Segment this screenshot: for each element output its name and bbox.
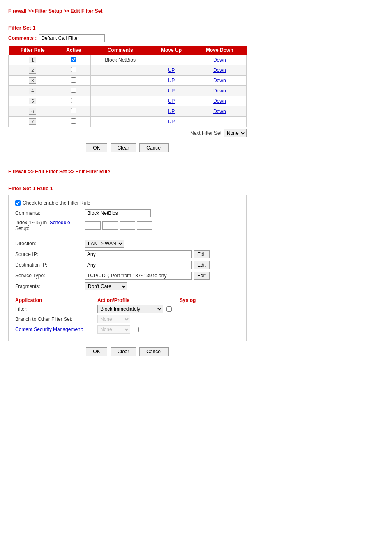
- csm-label: Content Security Management:: [15, 327, 97, 332]
- next-filter-select[interactable]: None: [224, 129, 247, 137]
- move-up-link-2[interactable]: UP: [168, 67, 175, 73]
- move-up-link-4[interactable]: UP: [168, 88, 175, 94]
- source-ip-input[interactable]: [85, 250, 192, 258]
- enable-row: Check to enable the Filter Rule: [15, 200, 240, 206]
- csm-select: None: [97, 325, 130, 334]
- branch-row: Branch to Other Filter Set: None: [15, 315, 240, 323]
- section1-ok-button[interactable]: OK: [86, 143, 107, 152]
- schedule-box-4[interactable]: [137, 221, 152, 230]
- move-down-link-2[interactable]: Down: [213, 67, 226, 73]
- app-header-row: Application Action/Profile Syslog: [15, 297, 240, 303]
- direction-label: Direction:: [15, 241, 85, 246]
- active-checkbox-1[interactable]: [71, 57, 76, 62]
- move-up-link-7[interactable]: UP: [168, 119, 175, 124]
- section1-btn-row: OK Clear Cancel: [8, 143, 247, 152]
- active-checkbox-3[interactable]: [71, 77, 76, 83]
- filter-set-section: Firewall >> Filter Setup >> Edit Filter …: [8, 8, 384, 152]
- comments-cell-7: [90, 117, 150, 127]
- move-down-link-4[interactable]: Down: [213, 88, 226, 94]
- section2-clear-button[interactable]: Clear: [111, 347, 136, 356]
- move-down-link-1[interactable]: Down: [213, 57, 226, 63]
- filter-rule-section: Firewall >> Edit Filter Set >> Edit Filt…: [8, 169, 384, 356]
- service-type-row: Service Type: TCP/UDP, Port from 137~139…: [15, 272, 240, 280]
- rule-comments-row: Comments:: [15, 209, 240, 217]
- section2-ok-button[interactable]: OK: [86, 347, 107, 356]
- divider-1: [8, 18, 384, 18]
- move-down-link-5[interactable]: Down: [213, 98, 226, 104]
- rule-comments-label: Comments:: [15, 210, 85, 216]
- active-checkbox-6[interactable]: [71, 108, 76, 113]
- section2-cancel-button[interactable]: Cancel: [139, 347, 168, 356]
- filter-rule-btn-1[interactable]: 1: [29, 57, 36, 63]
- fragments-row: Fragments: Don't Care Unfragmented Fragm…: [15, 282, 240, 290]
- move-up-link-3[interactable]: UP: [168, 78, 175, 83]
- service-type-edit-button[interactable]: Edit: [194, 272, 210, 280]
- section1-cancel-button[interactable]: Cancel: [139, 143, 168, 152]
- app-divider: [15, 294, 240, 294]
- schedule-link[interactable]: Schedule: [50, 220, 70, 226]
- comments-cell-4: [90, 86, 150, 96]
- source-ip-edit-button[interactable]: Edit: [194, 250, 210, 258]
- app-header: Application: [15, 297, 97, 303]
- direction-row: Direction: LAN -> WAN WAN -> LAN LAN -> …: [15, 240, 240, 248]
- filter-rule-btn-7[interactable]: 7: [29, 118, 36, 125]
- rule-box: Check to enable the Filter Rule Comments…: [8, 195, 247, 341]
- comments-label: Comments :: [8, 35, 37, 41]
- filter-syslog-checkbox[interactable]: [166, 306, 172, 312]
- fragments-select[interactable]: Don't Care Unfragmented Fragmented Too S…: [85, 282, 127, 290]
- schedule-box-1[interactable]: [85, 221, 101, 230]
- breadcrumb-1: Firewall >> Filter Setup >> Edit Filter …: [8, 8, 384, 14]
- dest-ip-row: Destination IP: Edit: [15, 261, 240, 269]
- section1-clear-button[interactable]: Clear: [111, 143, 136, 152]
- move-up-link-5[interactable]: UP: [168, 98, 175, 104]
- comments-cell-6: [90, 106, 150, 117]
- dest-ip-input[interactable]: [85, 261, 192, 269]
- filter-rule-btn-6[interactable]: 6: [29, 108, 36, 115]
- csm-syslog-checkbox[interactable]: [134, 327, 139, 332]
- move-down-link-3[interactable]: Down: [213, 78, 226, 83]
- comments-row: Comments :: [8, 34, 384, 42]
- section2-title: Filter Set 1 Rule 1: [8, 185, 384, 191]
- service-type-label: Service Type:: [15, 273, 85, 279]
- syslog-header: Syslog: [180, 297, 196, 303]
- csm-row: Content Security Management: None: [15, 325, 240, 334]
- comments-input[interactable]: [39, 34, 105, 42]
- csm-link[interactable]: Content Security Management:: [15, 327, 83, 332]
- next-filter-label: Next Filter Set: [190, 130, 221, 136]
- filter-rule-btn-2[interactable]: 2: [29, 67, 36, 74]
- comments-cell-5: [90, 96, 150, 106]
- move-up-link-6[interactable]: UP: [168, 108, 175, 114]
- active-checkbox-2[interactable]: [71, 67, 76, 72]
- col-filter-rule: Filter Rule: [9, 46, 57, 55]
- filter-rule-btn-5[interactable]: 5: [29, 98, 36, 104]
- enable-label: Check to enable the Filter Rule: [23, 200, 90, 206]
- dest-ip-edit-button[interactable]: Edit: [194, 261, 210, 269]
- index-label: Index(1~15) in Schedule Setup:: [15, 220, 85, 231]
- filter-rule-btn-3[interactable]: 3: [29, 77, 36, 84]
- comments-cell-3: [90, 76, 150, 86]
- section2-btn-row: OK Clear Cancel: [8, 347, 247, 356]
- direction-select[interactable]: LAN -> WAN WAN -> LAN LAN -> LAN: [85, 240, 124, 248]
- col-active: Active: [57, 46, 90, 55]
- fragments-label: Fragments:: [15, 283, 85, 289]
- active-checkbox-4[interactable]: [71, 88, 76, 93]
- comments-cell-1: Block NetBios: [90, 55, 150, 65]
- branch-label: Branch to Other Filter Set:: [15, 316, 97, 322]
- dest-ip-label: Destination IP:: [15, 262, 85, 268]
- col-move-down: Move Down: [193, 46, 246, 55]
- schedule-inputs: [85, 221, 152, 230]
- schedule-box-3[interactable]: [120, 221, 135, 230]
- col-move-up: Move Up: [150, 46, 193, 55]
- active-checkbox-7[interactable]: [71, 118, 76, 124]
- rule-comments-input[interactable]: [85, 209, 151, 217]
- source-ip-row: Source IP: Edit: [15, 250, 240, 258]
- move-down-link-6[interactable]: Down: [213, 108, 226, 114]
- schedule-box-2[interactable]: [102, 221, 118, 230]
- comments-cell-2: [90, 65, 150, 76]
- active-checkbox-5[interactable]: [71, 98, 76, 103]
- action-header: Action/Profile: [97, 297, 180, 303]
- filter-action-select[interactable]: Block Immediately Pass Immediately Block…: [97, 305, 163, 313]
- enable-checkbox[interactable]: [15, 200, 21, 206]
- col-comments: Comments: [90, 46, 150, 55]
- filter-rule-btn-4[interactable]: 4: [29, 88, 36, 94]
